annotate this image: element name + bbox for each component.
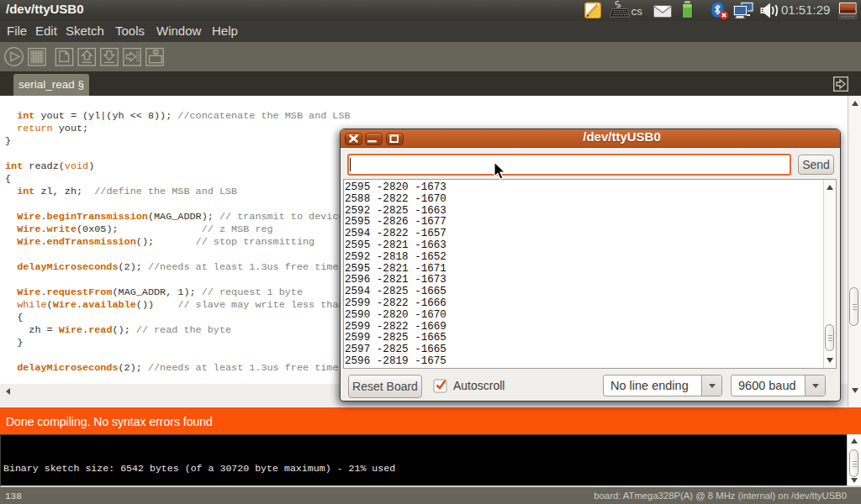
svg-text:cs: cs: [631, 5, 643, 18]
